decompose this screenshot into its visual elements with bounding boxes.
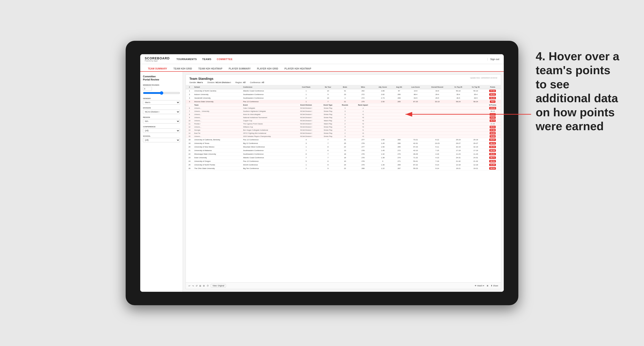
gender-label: Gender bbox=[143, 97, 180, 100]
footer-right: 👁 Watch ▾ 🖥 ⬆ Share bbox=[474, 285, 498, 287]
top-nav: SCOREBOARD Powered by clippd TOURNAMENTS… bbox=[140, 54, 504, 64]
points-badge: 83.89 bbox=[489, 164, 496, 166]
settings-button[interactable]: ⚙ bbox=[203, 285, 205, 287]
points-badge: 93.31 bbox=[489, 93, 496, 96]
points-badge: 88.71 bbox=[489, 157, 496, 159]
min-rounds-input[interactable] bbox=[143, 87, 152, 91]
expanded-row: 12 Univers... Williams Cup NCAA Division… bbox=[186, 126, 501, 129]
table-header-row: # School Conference Conf Rank No Tour Bn… bbox=[186, 85, 501, 89]
report-title: Team Standings bbox=[190, 77, 214, 80]
col-school: School bbox=[193, 85, 242, 89]
col-bnds: Bnds bbox=[338, 85, 352, 89]
refresh-button[interactable]: ↺ bbox=[196, 285, 198, 287]
annotation: 4. Hover over ateam's pointsto seeadditi… bbox=[536, 49, 619, 133]
points-badge: 85.81 bbox=[489, 153, 496, 155]
region-select[interactable]: N/A bbox=[143, 119, 180, 124]
sidebar-min-rounds: Minimum Rounds bbox=[143, 84, 180, 95]
report-footer: ↩ ↪ ↺ ⊞ ⚙ ⏱ View: Original 👁 Watch ▾ 🖥 ⬆… bbox=[186, 282, 501, 289]
logo-text: SCOREBOARD bbox=[145, 56, 170, 60]
tab-team-h2h-grid[interactable]: TEAM H2H GRID bbox=[170, 66, 195, 72]
tab-player-summary[interactable]: PLAYER SUMMARY bbox=[226, 66, 254, 72]
col-conf-rank: Conf Rank bbox=[294, 85, 318, 89]
annotation-text: 4. Hover over ateam's pointsto seeadditi… bbox=[536, 49, 619, 133]
table-row[interactable]: 18 University of California, Berkeley Pa… bbox=[186, 138, 501, 142]
report-area: Team Standings Update time: 13/03/2024 1… bbox=[183, 72, 504, 292]
table-row[interactable]: 23 Duke University Atlantic Coast Confer… bbox=[186, 156, 501, 160]
school-select[interactable]: (All) bbox=[143, 138, 180, 142]
table-row[interactable]: 22 Mississippi State University Southeas… bbox=[186, 152, 501, 156]
points-badge: 88.70 bbox=[489, 142, 496, 145]
sidebar-region: Region N/A bbox=[143, 116, 180, 124]
redo-button[interactable]: ↪ bbox=[192, 285, 194, 287]
view-original-badge[interactable]: View: Original bbox=[211, 284, 226, 288]
sidebar-conference: Conference (All) bbox=[143, 126, 180, 133]
filter-region: Region: All bbox=[236, 81, 246, 84]
col-points: Points bbox=[484, 85, 501, 89]
filter-conference: Conference: All bbox=[250, 81, 264, 84]
tab-team-summary[interactable]: TEAM SUMMARY bbox=[145, 66, 170, 72]
report-container: Team Standings Update time: 13/03/2024 1… bbox=[186, 74, 501, 289]
nav-tournaments[interactable]: TOURNAMENTS bbox=[176, 57, 197, 61]
table-row[interactable]: 21 University of Alabama Southeastern Co… bbox=[186, 149, 501, 152]
min-rounds-slider[interactable] bbox=[143, 91, 180, 95]
col-wins: Wins bbox=[352, 85, 374, 89]
points-badge: 88.48 bbox=[489, 149, 496, 152]
table-row[interactable]: 20 University of New Mexico Mountain Wes… bbox=[186, 145, 501, 149]
table-row[interactable]: 3 Vanderbilt University Southeastern Con… bbox=[186, 96, 501, 100]
sidebar-title: CommitteePortal Review bbox=[143, 75, 180, 81]
tab-team-h2h-heatmap[interactable]: TEAM H2H HEATMAP bbox=[195, 66, 226, 72]
standings-table: # School Conference Conf Rank No Tour Bn… bbox=[186, 85, 501, 170]
col-vs-top25: Vs Top 25 bbox=[450, 85, 467, 89]
table-row[interactable]: 1 University of North Carolina Atlantic … bbox=[186, 89, 501, 93]
sign-out-button[interactable]: Sign out bbox=[488, 58, 499, 60]
update-time: Update time: 13/03/2024 10:03:42 bbox=[470, 77, 497, 79]
expanded-points: 43.05 bbox=[490, 132, 496, 135]
undo-button[interactable]: ↩ bbox=[188, 285, 190, 287]
expanded-row: 15 Univers... 2023 Sahalee Players Champ… bbox=[186, 135, 501, 138]
conference-label: Conference bbox=[143, 126, 180, 128]
col-no-tour: No Tour bbox=[318, 85, 338, 89]
points-badge: 88.54 bbox=[489, 160, 496, 163]
nav-teams[interactable]: TEAMS bbox=[202, 57, 212, 61]
tablet-device: SCOREBOARD Powered by clippd TOURNAMENTS… bbox=[126, 41, 518, 305]
points-badge: 90.25 bbox=[489, 97, 496, 99]
report-filters: Gender: Men's Division: NCAA Division I … bbox=[190, 81, 497, 84]
nav-committee[interactable]: COMMITTEE bbox=[217, 57, 233, 61]
share-button[interactable]: ⬆ Share bbox=[491, 285, 498, 287]
points-badge: 88.49 bbox=[489, 146, 496, 148]
footer-icons: ↩ ↪ ↺ ⊞ ⚙ ⏱ View: Original bbox=[188, 284, 226, 288]
expanded-row: 13 Georgia Ben Hogan Collegiate Invitati… bbox=[186, 129, 501, 132]
points-badge: 83.07 bbox=[489, 139, 496, 141]
tab-player-h2h-heatmap[interactable]: PLAYER H2H HEATMAP bbox=[282, 66, 314, 72]
col-vs-top50: Vs Top 50 bbox=[467, 85, 484, 89]
nav-links: TOURNAMENTS TEAMS COMMITTEE bbox=[176, 57, 488, 61]
sidebar-gender: Gender Men's bbox=[143, 97, 180, 105]
copy-button[interactable]: ⊞ bbox=[199, 285, 201, 287]
display-button[interactable]: 🖥 bbox=[486, 285, 488, 287]
tab-player-h2h-grid[interactable]: PLAYER H2H GRID bbox=[254, 66, 282, 72]
expanded-points: 56.64 bbox=[490, 126, 496, 128]
sidebar: CommitteePortal Review Minimum Rounds Ge… bbox=[140, 72, 183, 292]
col-low-score: Low Score bbox=[406, 85, 425, 89]
sub-nav: TEAM SUMMARY TEAM H2H GRID TEAM H2H HEAT… bbox=[140, 64, 504, 72]
col-overall-rec: Overall Record bbox=[425, 85, 450, 89]
watch-button[interactable]: 👁 Watch ▾ bbox=[474, 285, 484, 287]
expanded-header-row: Team Event Event Division Event Type Rou… bbox=[186, 104, 501, 107]
division-select[interactable]: NCAA Division I bbox=[143, 110, 180, 114]
table-row[interactable]: 2 Auburn University Southeastern Confere… bbox=[186, 93, 501, 96]
min-rounds-label: Minimum Rounds bbox=[143, 84, 180, 86]
gender-select[interactable]: Men's bbox=[143, 100, 180, 105]
logo-area: SCOREBOARD Powered by clippd bbox=[145, 56, 170, 62]
expanded-row: 11 Florida I The Cypress Point Classic N… bbox=[186, 122, 501, 126]
table-row[interactable]: 26 The Ohio State University Big Ten Con… bbox=[186, 167, 501, 170]
table-row[interactable]: 19 University of Texas Big 12 Conference… bbox=[186, 142, 501, 145]
table-row[interactable]: 24 University of Oregon Pac-12 Conferenc… bbox=[186, 160, 501, 163]
region-label: Region bbox=[143, 116, 180, 118]
table-row[interactable]: 25 University of North Florida ASUN Conf… bbox=[186, 163, 501, 167]
timer-button[interactable]: ⏱ bbox=[207, 285, 209, 287]
conference-select[interactable]: (All) bbox=[143, 128, 180, 133]
table-row-highlighted[interactable]: 4 Arizona State University Pac-12 Confer… bbox=[186, 100, 501, 104]
points-badge: 97.02 bbox=[489, 90, 496, 92]
expanded-points: 78.30 bbox=[490, 135, 496, 138]
col-adj: Adj. Score bbox=[374, 85, 392, 89]
